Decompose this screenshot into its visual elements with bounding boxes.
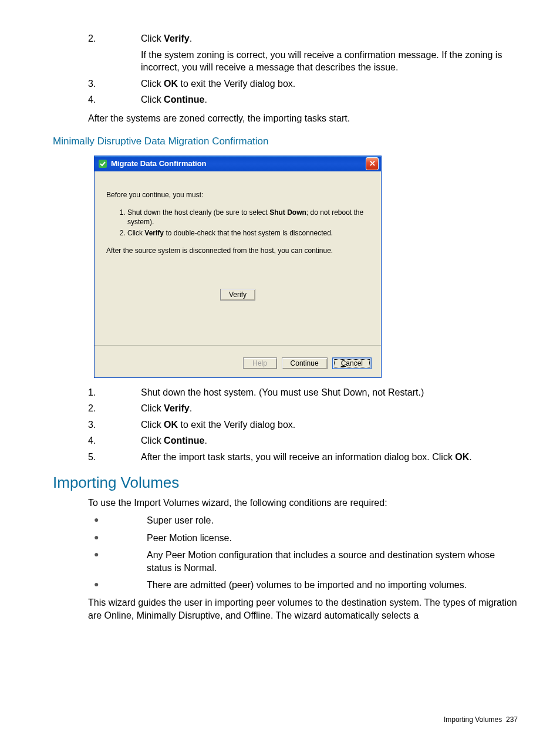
- list-body: Shut down the host system. (You must use…: [141, 386, 519, 399]
- list-item: 3. Click OK to exit the Verify dialog bo…: [53, 77, 519, 90]
- list-item: 4. Click Continue.: [53, 93, 519, 106]
- list-number: 2.: [53, 32, 141, 74]
- ordered-list-zoning: 2. Click Verify. If the system zoning is…: [53, 32, 519, 106]
- list-item: 4. Click Continue.: [53, 434, 519, 447]
- list-number: 3.: [53, 77, 141, 90]
- list-number: 5.: [53, 451, 141, 464]
- dialog-steps: Shut down the host cleanly (be sure to s…: [117, 208, 369, 238]
- paragraph: After the systems are zoned correctly, t…: [88, 112, 519, 125]
- list-item: 2. Click Verify.: [53, 402, 519, 415]
- list-subtext: If the system zoning is correct, you wil…: [141, 49, 519, 74]
- list-item: ● Any Peer Motion configuration that inc…: [53, 549, 519, 574]
- list-body: Click Continue.: [141, 93, 519, 106]
- dialog-titlebar: Migrate Data Confirmation ✕: [95, 156, 381, 171]
- migrate-data-dialog: Migrate Data Confirmation ✕ Before you c…: [94, 156, 382, 378]
- footer-label: Importing Volumes: [444, 715, 502, 724]
- list-number: 4.: [53, 434, 141, 447]
- section-heading-importing: Importing Volumes: [53, 474, 519, 492]
- bullet-icon: ●: [53, 514, 147, 527]
- cancel-button[interactable]: Cancel: [332, 357, 372, 369]
- list-item: 2. Click Verify. If the system zoning is…: [53, 32, 519, 74]
- bullet-icon: ●: [53, 532, 147, 545]
- list-body: Click Continue.: [141, 434, 519, 447]
- list-body: Click OK to exit the Verify dialog box.: [141, 77, 519, 90]
- dialog-after: After the source system is disconnected …: [106, 246, 369, 255]
- verify-button[interactable]: Verify: [220, 289, 255, 301]
- bullet-icon: ●: [53, 579, 147, 592]
- bullet-list-requirements: ● Super user role. ● Peer Motion license…: [53, 514, 519, 592]
- list-item: 5. After the import task starts, you wil…: [53, 451, 519, 464]
- list-number: 1.: [53, 386, 141, 399]
- page-footer: Importing Volumes 237: [444, 715, 518, 724]
- continue-button[interactable]: Continue: [282, 357, 328, 369]
- close-icon: ✕: [369, 159, 376, 168]
- svg-rect-0: [99, 160, 107, 168]
- list-body: After the import task starts, you will r…: [141, 451, 519, 464]
- paragraph: This wizard guides the user in importing…: [88, 596, 519, 622]
- list-body: Click Verify. If the system zoning is co…: [141, 32, 519, 74]
- list-body: Any Peer Motion configuration that inclu…: [147, 549, 519, 574]
- list-item: 1. Shut down the host system. (You must …: [53, 386, 519, 399]
- document-page: 2. Click Verify. If the system zoning is…: [0, 0, 560, 746]
- dialog-intro: Before you continue, you must:: [106, 190, 369, 200]
- list-body: Click Verify.: [141, 402, 519, 415]
- footer-page-number: 237: [506, 715, 518, 724]
- list-body: There are admitted (peer) volumes to be …: [147, 579, 467, 592]
- close-button[interactable]: ✕: [366, 157, 379, 170]
- dialog-footer: Help Continue Cancel: [95, 345, 381, 377]
- list-item: ● Peer Motion license.: [53, 532, 519, 545]
- list-body: Peer Motion license.: [147, 532, 232, 545]
- paragraph: To use the Import Volumes wizard, the fo…: [88, 497, 519, 509]
- section-heading-minimal: Minimally Disruptive Data Migration Conf…: [53, 136, 519, 147]
- dialog-step: Shut down the host cleanly (be sure to s…: [127, 208, 369, 227]
- app-icon: [98, 159, 107, 168]
- ordered-list-shutdown: 1. Shut down the host system. (You must …: [53, 386, 519, 464]
- list-number: 2.: [53, 402, 141, 415]
- dialog-step: Click Verify to double-check that the ho…: [127, 228, 369, 238]
- dialog-title: Migrate Data Confirmation: [111, 159, 366, 168]
- dialog-screenshot: Migrate Data Confirmation ✕ Before you c…: [94, 156, 382, 378]
- list-number: 3.: [53, 418, 141, 431]
- help-button[interactable]: Help: [243, 357, 277, 369]
- list-item: ● Super user role.: [53, 514, 519, 527]
- list-number: 4.: [53, 93, 141, 106]
- dialog-body: Before you continue, you must: Shut down…: [95, 171, 381, 345]
- list-body: Super user role.: [147, 514, 214, 527]
- list-item: ● There are admitted (peer) volumes to b…: [53, 579, 519, 592]
- bullet-icon: ●: [53, 549, 147, 574]
- list-body: Click OK to exit the Verify dialog box.: [141, 418, 519, 431]
- list-item: 3. Click OK to exit the Verify dialog bo…: [53, 418, 519, 431]
